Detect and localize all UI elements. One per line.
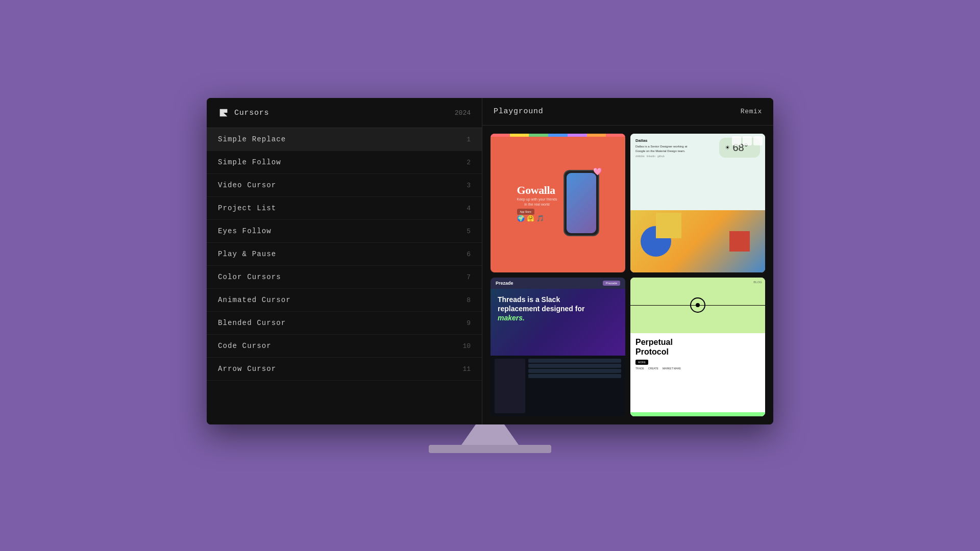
perpetual-circle-inner	[696, 303, 700, 307]
perpetual-menu-market[interactable]: MARKET MAKE	[663, 367, 681, 370]
sidebar-title: Cursors	[234, 109, 269, 117]
nav-label-10: Code Cursor	[218, 342, 272, 350]
nav-item-6[interactable]: Play & Pause 6	[207, 243, 482, 266]
monitor-stand	[454, 424, 526, 445]
perpetual-more-btn[interactable]: MORE	[635, 360, 648, 365]
nav-number-5: 5	[467, 228, 471, 235]
perpetual-blog-badge: BLOG	[753, 281, 762, 284]
nav-label-8: Animated Cursor	[218, 296, 291, 304]
nav-item-7[interactable]: Color Cursors 7	[207, 266, 482, 289]
nav-label-4: Project List	[218, 204, 276, 212]
nav-number-8: 8	[467, 296, 471, 304]
sidebar-header: Cursors 2024	[207, 98, 482, 128]
threads-highlight: makers.	[498, 314, 525, 322]
emoji-hug: 🤗	[527, 215, 534, 222]
mini-widget-2	[743, 136, 752, 145]
right-panel: Playground Remix	[482, 98, 773, 424]
perpetual-menu-row: TRADE CREATE MARKET MAKE	[635, 367, 760, 370]
perpetual-menu-trade[interactable]: TRADE	[635, 367, 644, 370]
phone-container: 🩷	[564, 170, 599, 236]
nav-label-11: Arrow Cursor	[218, 365, 276, 373]
nav-item-4[interactable]: Project List 4	[207, 197, 482, 220]
nav-number-1: 1	[467, 136, 471, 143]
nav-number-7: 7	[467, 273, 471, 281]
nav-label-6: Play & Pause	[218, 250, 276, 258]
nav-item-9[interactable]: Blended Cursor 9	[207, 312, 482, 335]
nav-label-3: Video Cursor	[218, 181, 276, 189]
sidebar-nav: Simple Replace 1 Simple Follow 2 Video C…	[207, 128, 482, 424]
preview-card-gowalla[interactable]: Gowalla Keep up with your friendsin the …	[491, 134, 625, 272]
perpetual-green-bar	[630, 412, 765, 416]
gowalla-title: Gowalla	[517, 184, 557, 197]
threads-hero: Threads is a Slack replacement designed …	[491, 289, 625, 356]
monitor-base	[429, 445, 551, 453]
perpetual-circle	[690, 297, 705, 313]
preview-card-perpetual[interactable]: BLOG PerpetualProtocol MORE TRADE CREATE…	[630, 278, 765, 416]
threads-header: Prezade Prezade	[491, 278, 625, 289]
material-name: Dallas	[635, 138, 648, 143]
threads-sidebar-mini	[495, 359, 525, 413]
shape-yellow-square	[656, 213, 681, 238]
threads-row-3	[528, 369, 621, 373]
perpetual-title: PerpetualProtocol	[635, 337, 760, 357]
right-header: Playground Remix	[482, 98, 773, 126]
nav-label-5: Eyes Follow	[218, 227, 272, 235]
nav-number-10: 10	[462, 342, 471, 350]
material-3d-shapes	[630, 210, 765, 272]
nav-item-1[interactable]: Simple Replace 1	[207, 128, 482, 151]
emoji-globe: 🌍	[517, 215, 525, 222]
nav-number-2: 2	[467, 159, 471, 166]
nav-number-6: 6	[467, 251, 471, 258]
nav-number-11: 11	[462, 365, 471, 373]
nav-item-10[interactable]: Code Cursor 10	[207, 335, 482, 358]
emoji-row: 🌍 🤗 🎵	[517, 215, 557, 222]
shape-red-square	[729, 231, 750, 252]
gowalla-subtitle: Keep up with your friendsin the real wor…	[517, 197, 557, 207]
playground-title: Playground	[494, 107, 544, 116]
preview-card-material[interactable]: Dallas Dallas is a Senior Designer worki…	[630, 134, 765, 272]
threads-row-4	[528, 374, 621, 378]
gowalla-color-bar	[491, 134, 625, 137]
nav-label-7: Color Cursors	[218, 273, 281, 281]
phone-mockup	[564, 170, 599, 236]
app-store-btn[interactable]: App Store	[517, 209, 534, 215]
nav-item-11[interactable]: Arrow Cursor 11	[207, 358, 482, 381]
threads-content-mini	[528, 359, 621, 413]
material-bottom-shapes	[630, 210, 765, 272]
nav-number-3: 3	[467, 182, 471, 189]
nav-item-3[interactable]: Video Cursor 3	[207, 174, 482, 197]
threads-row-2	[528, 364, 621, 368]
gowalla-content: Gowalla Keep up with your friendsin the …	[517, 170, 599, 236]
remix-button[interactable]: Remix	[741, 108, 762, 115]
preview-card-threads[interactable]: Prezade Prezade Threads is a Slack repla…	[491, 278, 625, 416]
sidebar-year: 2024	[455, 109, 471, 117]
nav-item-5[interactable]: Eyes Follow 5	[207, 220, 482, 243]
nav-number-9: 9	[467, 319, 471, 327]
perpetual-bottom-area: BLOG PerpetualProtocol MORE TRADE CREATE…	[630, 333, 765, 416]
nav-label-2: Simple Follow	[218, 158, 281, 166]
nav-label-1: Simple Replace	[218, 135, 286, 143]
emoji-music: 🎵	[536, 215, 544, 222]
material-widget-row	[732, 136, 763, 145]
nav-item-2[interactable]: Simple Follow 2	[207, 151, 482, 174]
framer-logo-icon	[218, 107, 229, 118]
perpetual-top-area	[630, 278, 765, 333]
mini-widget-3	[753, 136, 763, 145]
threads-bottom	[491, 356, 625, 416]
material-profile: Dallas Dallas is a Senior Designer worki…	[635, 138, 687, 159]
nav-label-9: Blended Cursor	[218, 319, 286, 327]
material-profile-text: Dallas Dallas is a Senior Designer worki…	[635, 138, 687, 159]
perpetual-menu-create[interactable]: CREATE	[648, 367, 658, 370]
heart-icon: 🩷	[593, 167, 602, 176]
material-links: dribbble linkedin github	[635, 155, 665, 158]
gowalla-store-buttons: App Store	[517, 209, 557, 215]
phone-screen	[567, 173, 596, 233]
threads-cta-button[interactable]: Prezade	[603, 281, 620, 286]
monitor-container: Cursors 2024 Simple Replace 1 Simple Fol…	[207, 98, 773, 453]
material-top: Dallas Dallas is a Senior Designer worki…	[630, 134, 765, 210]
nav-item-8[interactable]: Animated Cursor 8	[207, 289, 482, 312]
mini-widget-1	[732, 136, 741, 145]
threads-row-1	[528, 359, 621, 363]
app-window: Cursors 2024 Simple Replace 1 Simple Fol…	[207, 98, 773, 424]
threads-headline: Threads is a Slack replacement designed …	[498, 295, 618, 323]
